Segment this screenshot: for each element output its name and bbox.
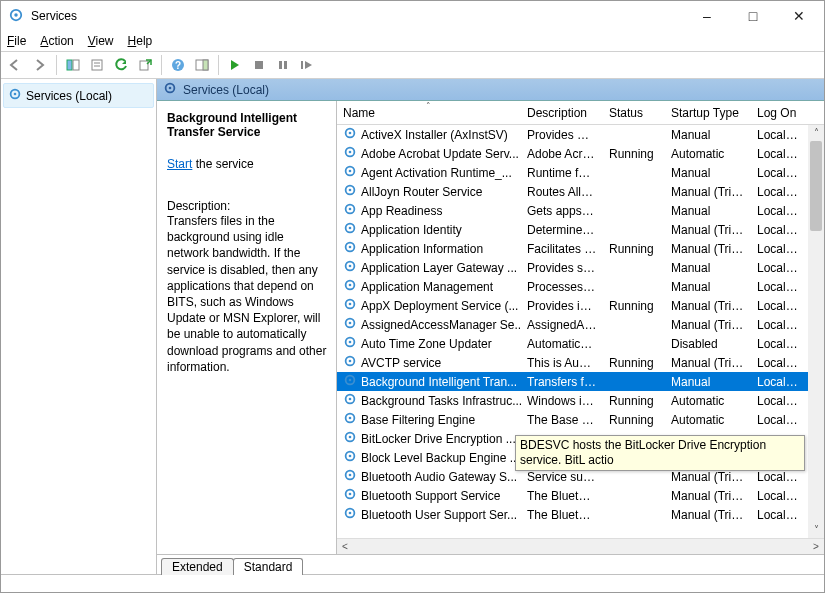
scroll-down-button[interactable]: ˅ <box>808 522 824 538</box>
cell-logon: Local Sy <box>751 242 807 256</box>
column-startup[interactable]: Startup Type <box>665 102 751 124</box>
refresh-button[interactable] <box>110 54 132 76</box>
column-status[interactable]: Status <box>603 102 665 124</box>
stop-service-button[interactable] <box>248 54 270 76</box>
svg-point-47 <box>349 379 352 382</box>
cell-startup: Automatic <box>665 147 751 161</box>
start-service-link-line: Start the service <box>167 157 328 171</box>
cell-name: AssignedAccessManager Se... <box>337 316 521 333</box>
service-row[interactable]: App ReadinessGets apps re...ManualLocal … <box>337 201 824 220</box>
service-row[interactable]: Application InformationFacilitates t...R… <box>337 239 824 258</box>
show-hide-tree-button[interactable] <box>62 54 84 76</box>
forward-button[interactable] <box>29 54 51 76</box>
export-button[interactable] <box>134 54 156 76</box>
svg-point-55 <box>349 455 352 458</box>
cell-name: ActiveX Installer (AxInstSV) <box>337 126 521 143</box>
gear-icon <box>343 183 357 200</box>
toolbar: ? <box>1 51 824 79</box>
svg-point-1 <box>14 13 18 17</box>
vertical-scrollbar[interactable]: ˄ ˅ <box>808 125 824 538</box>
gear-icon <box>343 335 357 352</box>
service-row[interactable]: AssignedAccessManager Se...AssignedAc...… <box>337 315 824 334</box>
cell-startup: Manual (Trig... <box>665 242 751 256</box>
service-row[interactable]: Bluetooth User Support Ser...The Bluetoo… <box>337 505 824 524</box>
cell-desc: The Bluetoo... <box>521 489 603 503</box>
horizontal-scrollbar[interactable]: < > <box>337 538 824 554</box>
services-icon <box>9 8 25 24</box>
selected-service-title: Background Intelligent Transfer Service <box>167 111 328 143</box>
minimize-button[interactable]: – <box>684 1 730 31</box>
service-row[interactable]: Application IdentityDetermines ...Manual… <box>337 220 824 239</box>
cell-desc: Gets apps re... <box>521 204 603 218</box>
menu-help[interactable]: Help <box>128 34 153 48</box>
cell-startup: Manual <box>665 261 751 275</box>
cell-logon: Local Sy <box>751 128 807 142</box>
show-hide-action-button[interactable] <box>191 54 213 76</box>
properties-button[interactable] <box>86 54 108 76</box>
gear-icon <box>343 297 357 314</box>
cell-name: Agent Activation Runtime_... <box>337 164 521 181</box>
restart-service-button[interactable] <box>296 54 318 76</box>
menu-view[interactable]: View <box>88 34 114 48</box>
tab-extended[interactable]: Extended <box>161 558 234 575</box>
scroll-right-button[interactable]: > <box>808 541 824 552</box>
service-row[interactable]: AVCTP serviceThis is Audi...RunningManua… <box>337 353 824 372</box>
service-row[interactable]: Background Intelligent Tran...Transfers … <box>337 372 824 391</box>
service-row[interactable]: ActiveX Installer (AxInstSV)Provides Us.… <box>337 125 824 144</box>
scroll-thumb[interactable] <box>810 141 822 231</box>
column-desc[interactable]: Description <box>521 102 603 124</box>
maximize-button[interactable]: □ <box>730 1 776 31</box>
svg-rect-3 <box>73 60 79 70</box>
cell-name: AppX Deployment Service (... <box>337 297 521 314</box>
tree-item-services-local[interactable]: Services (Local) <box>3 83 154 108</box>
back-button[interactable] <box>5 54 27 76</box>
scroll-up-button[interactable]: ˄ <box>808 125 824 141</box>
gear-icon <box>343 449 357 466</box>
service-row[interactable]: Bluetooth Support ServiceThe Bluetoo...M… <box>337 486 824 505</box>
gear-icon <box>343 411 357 428</box>
service-row[interactable]: Background Tasks Infrastruc...Windows in… <box>337 391 824 410</box>
cell-logon: Local Se <box>751 223 807 237</box>
cell-startup: Automatic <box>665 413 751 427</box>
cell-desc: AssignedAc... <box>521 318 603 332</box>
cell-name: AVCTP service <box>337 354 521 371</box>
gear-icon <box>343 392 357 409</box>
cell-name: Auto Time Zone Updater <box>337 335 521 352</box>
console-tree: Services (Local) <box>1 79 157 574</box>
cell-logon: Local Sy <box>751 147 807 161</box>
cell-logon: Local Sy <box>751 508 807 522</box>
cell-logon: Local Se <box>751 356 807 370</box>
service-row[interactable]: AppX Deployment Service (...Provides inf… <box>337 296 824 315</box>
cell-startup: Manual (Trig... <box>665 223 751 237</box>
column-logon[interactable]: Log On <box>751 102 807 124</box>
help-button[interactable]: ? <box>167 54 189 76</box>
service-row[interactable]: Application ManagementProcesses in...Man… <box>337 277 824 296</box>
svg-rect-4 <box>92 60 102 70</box>
cell-logon: Local Sy <box>751 299 807 313</box>
cell-desc: Adobe Acro... <box>521 147 603 161</box>
service-row[interactable]: Application Layer Gateway ...Provides su… <box>337 258 824 277</box>
service-row[interactable]: Base Filtering EngineThe Base Fil...Runn… <box>337 410 824 429</box>
results-header-label: Services (Local) <box>183 83 269 97</box>
svg-point-17 <box>14 93 17 96</box>
cell-status: Running <box>603 147 665 161</box>
tab-standard[interactable]: Standard <box>233 558 304 575</box>
service-row[interactable]: AllJoyn Router ServiceRoutes AllJo...Man… <box>337 182 824 201</box>
pause-service-button[interactable] <box>272 54 294 76</box>
start-service-link[interactable]: Start <box>167 157 192 171</box>
menu-file[interactable]: File <box>7 34 26 48</box>
cell-status: Running <box>603 242 665 256</box>
service-row[interactable]: Adobe Acrobat Update Serv...Adobe Acro..… <box>337 144 824 163</box>
close-button[interactable]: ✕ <box>776 1 822 31</box>
column-name[interactable]: Name˄ <box>337 102 521 124</box>
menu-action[interactable]: Action <box>40 34 73 48</box>
service-row[interactable]: Auto Time Zone UpdaterAutomatica...Disab… <box>337 334 824 353</box>
scroll-left-button[interactable]: < <box>337 541 353 552</box>
cell-logon: Local Se <box>751 413 807 427</box>
status-bar <box>1 574 824 590</box>
gear-icon <box>343 373 357 390</box>
service-row[interactable]: Agent Activation Runtime_...Runtime for.… <box>337 163 824 182</box>
gear-icon <box>343 164 357 181</box>
start-service-button[interactable] <box>224 54 246 76</box>
cell-desc: This is Audi... <box>521 356 603 370</box>
